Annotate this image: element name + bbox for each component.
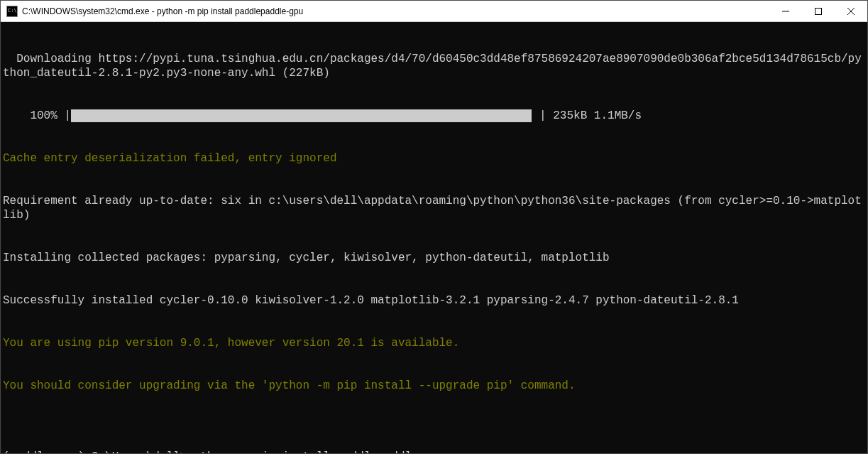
progress-block-full — [114, 109, 128, 122]
progress-block-full — [241, 109, 256, 122]
requirement-line: Requirement already up-to-date: six in c… — [3, 194, 865, 222]
progress-block-full — [383, 109, 397, 122]
progress-line: 100% || 235kB 1.1MB/s — [3, 109, 865, 123]
progress-stats: 235kB 1.1MB/s — [546, 109, 642, 123]
progress-block-full — [270, 109, 284, 122]
progress-bar — [71, 109, 539, 123]
pip-warning-line-1: You are using pip version 9.0.1, however… — [3, 336, 865, 350]
progress-block-full — [128, 109, 142, 122]
titlebar[interactable]: C:\WINDOWS\system32\cmd.exe - python -m … — [1, 1, 867, 22]
progress-block-full — [412, 109, 426, 122]
window-title: C:\WINDOWS\system32\cmd.exe - python -m … — [22, 6, 769, 16]
minimize-icon — [782, 8, 789, 15]
maximize-icon — [815, 8, 822, 15]
close-button[interactable] — [835, 1, 867, 21]
progress-block-full — [397, 109, 412, 122]
progress-block-full — [468, 109, 483, 122]
window-controls — [769, 1, 867, 21]
installing-line: Installing collected packages: pyparsing… — [3, 251, 865, 265]
progress-block-full — [185, 109, 199, 122]
prompt-line: (paddle_env) C:\Users\dell>python -m pip… — [3, 450, 865, 453]
terminal-output[interactable]: Downloading https://pypi.tuna.tsinghua.e… — [1, 22, 867, 453]
progress-block-partial — [525, 109, 539, 122]
progress-block-full — [355, 109, 369, 122]
progress-block-full — [341, 109, 355, 122]
maximize-button[interactable] — [802, 1, 835, 21]
progress-block-full — [156, 109, 170, 122]
minimize-button[interactable] — [769, 1, 802, 21]
progress-block-full — [298, 109, 312, 122]
progress-block-full — [199, 109, 213, 122]
success-line: Successfully installed cycler-0.10.0 kiw… — [3, 293, 865, 308]
progress-block-full — [213, 109, 227, 122]
progress-block-full — [284, 109, 298, 122]
progress-block-full — [227, 109, 241, 122]
svg-rect-1 — [815, 8, 822, 14]
progress-block-full — [326, 109, 341, 122]
progress-block-full — [142, 109, 156, 122]
cache-warning-line: Cache entry deserialization failed, entr… — [3, 151, 865, 166]
progress-block-full — [440, 109, 454, 122]
progress-block-full — [454, 109, 468, 122]
progress-block-full — [497, 109, 511, 122]
cmd-icon — [6, 6, 18, 17]
progress-block-full — [71, 109, 85, 122]
pip-warning-line-2: You should consider upgrading via the 'p… — [3, 379, 865, 393]
progress-block-full — [426, 109, 440, 122]
progress-block-full — [511, 109, 525, 122]
progress-block-full — [369, 109, 383, 122]
progress-block-full — [99, 109, 114, 122]
progress-block-full — [170, 109, 185, 122]
cmd-window: C:\WINDOWS\system32\cmd.exe - python -m … — [0, 0, 868, 454]
progress-percent: 100% — [3, 109, 64, 123]
progress-block-full — [256, 109, 270, 122]
close-icon — [847, 8, 855, 15]
download-line: Downloading https://pypi.tuna.tsinghua.e… — [3, 52, 865, 80]
progress-block-full — [483, 109, 497, 122]
progress-block-full — [312, 109, 326, 122]
progress-block-full — [85, 109, 99, 122]
